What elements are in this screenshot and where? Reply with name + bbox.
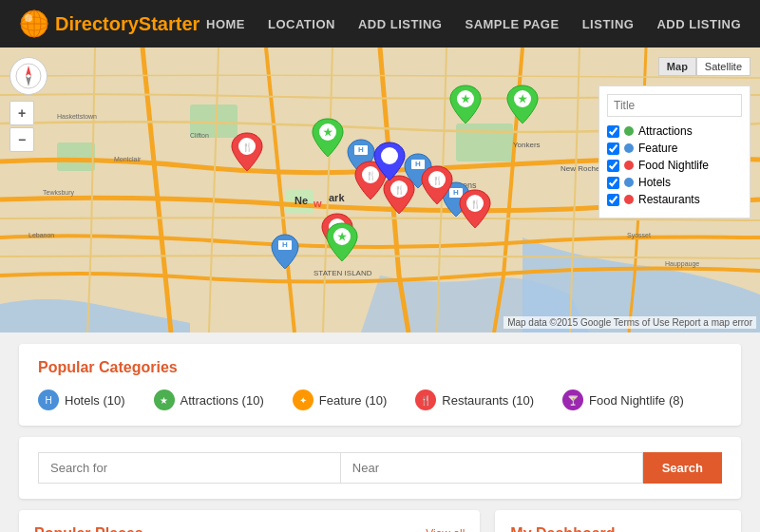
zoom-in-button[interactable]: + (10, 101, 34, 125)
svg-rect-9 (456, 124, 513, 162)
popular-places-title: Popular Places (34, 525, 143, 532)
filter-food-nightlife-checkbox[interactable] (607, 160, 619, 172)
search-button[interactable]: Search (643, 452, 722, 484)
categories-section: Popular Categories H Hotels (10) ★ Attra… (19, 344, 741, 426)
search-section: Search (19, 437, 741, 499)
svg-text:★: ★ (337, 231, 348, 242)
dashboard-section: My Dashboard (495, 510, 741, 532)
svg-point-5 (25, 14, 32, 22)
map-container[interactable]: Ne w ark Queens Yonkers New Rochelle Cli… (0, 48, 760, 332)
nav-home[interactable]: HOME (206, 17, 245, 31)
svg-text:H: H (453, 188, 459, 197)
svg-rect-7 (57, 142, 95, 171)
svg-text:🍴: 🍴 (432, 175, 444, 186)
nav-add-listing-1[interactable]: ADD LISTING (358, 17, 443, 31)
logo-icon (19, 9, 49, 39)
filter-restaurants[interactable]: Restaurants (607, 193, 742, 206)
map-filter-title-input[interactable] (607, 94, 742, 117)
filter-restaurants-label: Restaurants (638, 193, 700, 206)
map-attribution: Map data ©2015 Google Terms of Use Repor… (504, 316, 756, 329)
zoom-out-button[interactable]: − (10, 127, 34, 152)
hotels-icon: H (38, 390, 59, 410)
search-row: Search (38, 452, 722, 484)
filter-restaurants-checkbox[interactable] (607, 194, 619, 206)
svg-point-53 (381, 147, 398, 164)
filter-attractions[interactable]: Attractions (607, 124, 742, 138)
category-food-nightlife[interactable]: 🍸 Food Nightlife (8) (562, 390, 684, 410)
category-restaurants[interactable]: 🍴 Restaurants (10) (415, 390, 534, 410)
svg-text:H: H (415, 160, 421, 168)
restaurants-cat-icon: 🍴 (415, 390, 436, 410)
map-controls: + − (10, 57, 48, 152)
header: DirectoryStarter HOME LOCATION ADD LISTI… (0, 0, 760, 48)
nav-listing[interactable]: LISTING (582, 17, 635, 31)
attractions-label: Attractions (10) (180, 393, 264, 408)
filter-attractions-label: Attractions (638, 124, 693, 138)
svg-text:★: ★ (461, 93, 471, 104)
svg-text:Haskettstown: Haskettstown (57, 113, 97, 120)
dashboard-title: My Dashboard (510, 525, 726, 532)
logo-part2: Starter (139, 13, 200, 34)
attractions-dot (624, 126, 634, 136)
svg-text:🍴: 🍴 (470, 199, 482, 210)
logo-part1: Directory (55, 13, 139, 34)
svg-text:H: H (358, 145, 364, 154)
svg-text:Montclair: Montclair (114, 156, 142, 162)
popular-places-section: Popular Places View all The Experience B… (19, 510, 480, 532)
svg-text:Syosset: Syosset (627, 232, 651, 239)
svg-text:Lebanon: Lebanon (28, 232, 54, 238)
logo-area: DirectoryStarter (19, 9, 206, 39)
filter-hotels-label: Hotels (638, 176, 671, 189)
filter-hotels-checkbox[interactable] (607, 177, 619, 189)
category-feature[interactable]: ✦ Feature (10) (293, 390, 388, 410)
nav-location[interactable]: LOCATION (268, 17, 335, 31)
filter-feature[interactable]: Feature (607, 142, 742, 155)
svg-text:🍴: 🍴 (366, 170, 377, 181)
map-type-satellite[interactable]: Satellite (696, 57, 750, 76)
popular-places-header: Popular Places View all (34, 525, 465, 532)
feature-dot (624, 143, 634, 153)
svg-text:Hauppauge: Hauppauge (665, 260, 699, 268)
nav-sample-page[interactable]: SAMPLE PAGE (465, 17, 559, 31)
food-nightlife-dot (624, 161, 634, 170)
category-hotels[interactable]: H Hotels (10) (38, 390, 125, 410)
svg-text:Ne: Ne (294, 195, 308, 206)
filter-feature-label: Feature (638, 142, 677, 155)
view-all-link[interactable]: View all (426, 527, 465, 532)
search-input[interactable] (38, 452, 340, 484)
food-nightlife-icon: 🍸 (562, 390, 583, 410)
near-input[interactable] (340, 452, 643, 484)
filter-feature-checkbox[interactable] (607, 142, 619, 155)
filter-hotels[interactable]: Hotels (607, 176, 742, 189)
filter-food-nightlife-label: Food Nightlife (638, 159, 709, 172)
logo-text: DirectoryStarter (55, 13, 200, 35)
map-type-map[interactable]: Map (658, 57, 696, 76)
categories-title: Popular Categories (38, 359, 722, 376)
restaurants-label: Restaurants (10) (442, 393, 534, 408)
filter-attractions-checkbox[interactable] (607, 125, 619, 138)
svg-text:Tewksbury: Tewksbury (43, 189, 75, 197)
feature-icon: ✦ (293, 390, 314, 410)
bottom-row: Popular Places View all The Experience B… (19, 510, 741, 532)
map-compass[interactable] (10, 57, 48, 95)
feature-label: Feature (10) (319, 393, 388, 408)
svg-text:w: w (313, 198, 322, 209)
main-nav: HOME LOCATION ADD LISTING SAMPLE PAGE LI… (206, 17, 741, 31)
svg-text:Clifton: Clifton (190, 132, 209, 139)
attractions-icon: ★ (154, 390, 175, 410)
map-filter-sidebar: Attractions Feature Food Nightlife Hotel… (598, 86, 750, 218)
categories-row: H Hotels (10) ★ Attractions (10) ✦ Featu… (38, 390, 722, 410)
svg-text:★: ★ (323, 126, 333, 138)
svg-text:★: ★ (518, 93, 528, 104)
hotels-dot (624, 178, 634, 187)
nav-add-listing-2[interactable]: ADD LISTING (656, 17, 741, 31)
hotels-label: Hotels (10) (65, 393, 125, 408)
food-nightlife-label: Food Nightlife (8) (589, 393, 684, 408)
svg-text:STATEN ISLAND: STATEN ISLAND (314, 269, 372, 277)
category-attractions[interactable]: ★ Attractions (10) (154, 390, 264, 410)
filter-food-nightlife[interactable]: Food Nightlife (607, 159, 742, 172)
svg-text:H: H (282, 240, 288, 249)
restaurants-dot (624, 195, 634, 204)
svg-text:🍴: 🍴 (242, 142, 254, 153)
map-type-buttons: Map Satellite (658, 57, 750, 76)
